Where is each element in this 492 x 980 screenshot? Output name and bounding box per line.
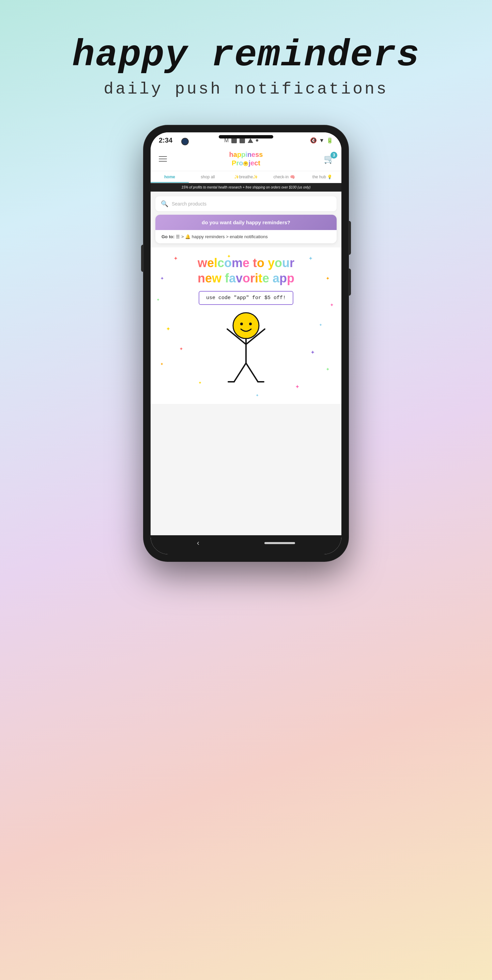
star-9: ✦	[319, 323, 322, 327]
screen-content[interactable]: 🔍 Search products do you want daily happ…	[150, 192, 342, 535]
star-1: ✦	[173, 255, 178, 262]
welcome-line2: new favorite app	[157, 271, 335, 285]
app-logo: happiness Pro😊ject	[229, 150, 263, 167]
search-bar[interactable]: 🔍 Search products	[155, 196, 337, 211]
svg-line-7	[246, 363, 258, 382]
phone-bottom-nav: ‹	[150, 535, 342, 554]
tab-hub[interactable]: the hub 💡	[303, 171, 342, 183]
star-10: ✦	[179, 346, 183, 352]
cart-wrapper[interactable]: 🛒 3	[324, 154, 335, 164]
nav-tabs: home shop all ✨breathe✨ check-in 🧠 the h…	[150, 171, 342, 183]
phone-speaker	[219, 135, 273, 138]
tab-checkin[interactable]: check-in 🧠	[265, 171, 303, 183]
star-14: ✦	[198, 380, 202, 385]
app-header: happiness Pro😊ject 🛒 3	[150, 147, 342, 171]
page-title: happy reminders	[72, 34, 420, 76]
star-12: ✦	[160, 362, 163, 366]
notification-instruction: ☰ > 🔔 happy reminders > enable notificat…	[176, 234, 267, 239]
phone-screen: 2:34 M 🔇 ▼ 🔋	[150, 132, 342, 554]
star-2: ✦	[227, 253, 231, 259]
tab-home[interactable]: home	[150, 171, 189, 183]
star-5: ✦	[326, 275, 330, 281]
status-right-icons: 🔇 ▼ 🔋	[310, 137, 333, 143]
home-pill[interactable]	[264, 542, 295, 544]
svg-point-2	[249, 323, 252, 325]
phone-frame: 2:34 M 🔇 ▼ 🔋	[144, 126, 348, 561]
battery-icon: 🔋	[326, 137, 333, 143]
promo-code-box: use code "app" for $5 off!	[199, 291, 293, 305]
star-4: ✦	[160, 275, 164, 281]
announcement-bar: 15% of profits to mental health research…	[150, 183, 342, 192]
dot-icon	[256, 139, 258, 142]
star-15: ✦	[295, 383, 299, 390]
search-icon: 🔍	[161, 200, 168, 208]
star-8: ✦	[166, 326, 170, 332]
page-header: happy reminders daily push notifications	[72, 34, 420, 98]
welcome-section: ✦ ✦ ✦ ✦ ✦ ✦ ✦ ✦ ✦ ✦ ✦ ✦ ✦ ✦ ✦	[150, 247, 342, 404]
hamburger-menu[interactable]	[157, 155, 168, 163]
hamburger-line-3	[159, 161, 167, 162]
star-13: ✦	[326, 366, 330, 372]
svg-point-0	[233, 313, 259, 339]
notification-body: Go to: ☰ > 🔔 happy reminders > enable no…	[155, 230, 337, 243]
wifi-icon: ▼	[319, 137, 324, 143]
star-16: ✦	[256, 393, 259, 398]
phone-camera	[181, 138, 189, 145]
volume-icon: 🔇	[310, 137, 317, 143]
page-subtitle: daily push notifications	[72, 80, 420, 98]
notification-goto-label: Go to:	[161, 234, 174, 239]
star-3: ✦	[308, 255, 313, 262]
star-7: ✦	[330, 302, 334, 308]
hamburger-line-2	[159, 159, 167, 159]
welcome-line1: welcome to your	[157, 256, 335, 270]
notification-header: do you want daily happy reminders?	[155, 215, 337, 230]
star-6: ✦	[157, 298, 160, 302]
svg-line-6	[234, 363, 246, 382]
tab-shop-all[interactable]: shop all	[189, 171, 227, 183]
back-button[interactable]: ‹	[197, 539, 199, 547]
stick-figure	[157, 310, 335, 387]
cart-badge: 3	[331, 152, 337, 159]
status-bar: 2:34 M 🔇 ▼ 🔋	[150, 132, 342, 147]
notification-card: do you want daily happy reminders? Go to…	[155, 215, 337, 243]
star-11: ✦	[310, 349, 315, 356]
hamburger-line-1	[159, 156, 167, 157]
search-placeholder-text: Search products	[172, 201, 206, 207]
svg-point-1	[240, 323, 243, 325]
status-time: 2:34	[159, 137, 173, 144]
triangle-icon	[248, 138, 253, 143]
search-bar-wrapper: 🔍 Search products	[150, 192, 342, 215]
tab-breathe[interactable]: ✨breathe✨	[227, 171, 265, 183]
